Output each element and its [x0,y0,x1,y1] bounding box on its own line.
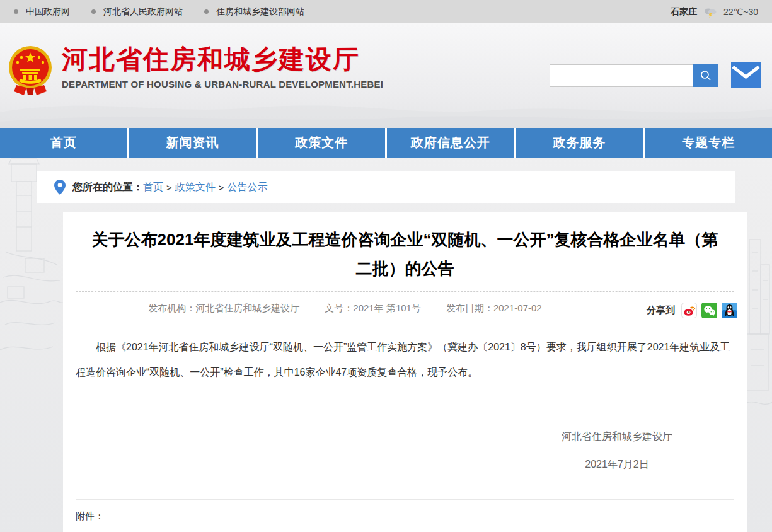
top-bar-links: 中国政府网 河北省人民政府网站 住房和城乡建设部网站 [14,6,304,18]
article-signature: 河北省住房和城乡建设厅 2021年7月2日 [63,431,747,471]
weather-temp: 22℃~30 [723,7,758,17]
article-card: 关于公布2021年度建筑业及工程造价咨询企业“双随机、一公开”复核合格企业名单（… [63,212,747,532]
breadcrumb-label: 您所在的位置： [72,181,143,194]
weather-widget: 石家庄 22℃~30 [671,6,758,18]
search-input[interactable] [550,64,693,87]
bullet-icon [91,9,96,14]
breadcrumb-link-home[interactable]: 首页 [143,181,163,194]
meta-publish-date: 发布日期：2021-07-02 [446,303,542,315]
wechat-icon[interactable] [701,303,717,318]
search-button[interactable] [693,64,718,87]
national-emblem-icon [8,45,53,96]
article-meta: 发布机构：河北省住房和城乡建设厅 文号：2021年 第101号 发布日期：202… [63,303,747,320]
nav-item-news[interactable]: 新闻资讯 [129,128,258,158]
attachment-separator [76,499,734,500]
title-separator [76,291,734,292]
share-bar: 分享到 [647,303,737,318]
top-link-label: 住房和城乡建设部网站 [216,6,304,18]
signature-agency: 河北省住房和城乡建设厅 [562,431,672,444]
breadcrumb-link-announcements[interactable]: 公告公示 [228,181,268,194]
meta-doc-number: 文号：2021年 第101号 [325,303,421,315]
top-link-hebei-gov[interactable]: 河北省人民政府网站 [91,6,183,18]
storm-cloud-icon [703,6,718,18]
site-logo[interactable]: 河北省住房和城乡建设厅 DEPARTMENT OF HOUSING & URBA… [8,45,383,96]
site-header: 河北省住房和城乡建设厅 DEPARTMENT OF HOUSING & URBA… [0,23,772,128]
share-label: 分享到 [647,304,675,316]
bullet-icon [14,9,18,14]
article-title: 关于公布2021年度建筑业及工程造价咨询企业“双随机、一公开”复核合格企业名单（… [63,212,747,283]
breadcrumb-link-policy[interactable]: 政策文件 [175,181,216,194]
weather-city: 石家庄 [671,6,697,18]
article-body: 根据《2021年河北省住房和城乡建设厅“双随机、一公开”监管工作实施方案》（冀建… [76,335,734,385]
location-pin-icon [54,180,66,195]
qq-icon[interactable] [722,303,737,318]
article-meta-fields: 发布机构：河北省住房和城乡建设厅 文号：2021年 第101号 发布日期：202… [63,303,627,315]
bullet-icon [204,9,209,14]
breadcrumb: 您所在的位置： 首页 > 政策文件 > 公告公示 [37,171,735,203]
site-name-en: DEPARTMENT OF HOUSING & URBAN-RURAL DEVE… [62,79,383,90]
top-link-mohurd[interactable]: 住房和城乡建设部网站 [204,6,304,18]
breadcrumb-separator: > [219,182,224,193]
nav-item-services[interactable]: 政务服务 [516,128,645,158]
nav-item-gov-info[interactable]: 政府信息公开 [387,128,516,158]
main-nav: 首页 新闻资讯 政策文件 政府信息公开 政务服务 专题专栏 [0,128,772,158]
site-name: 河北省住房和城乡建设厅 [62,45,383,74]
site-titles: 河北省住房和城乡建设厅 DEPARTMENT OF HOUSING & URBA… [62,45,383,90]
attachment-label: 附件： [76,511,747,523]
breadcrumb-separator: > [166,182,172,193]
nav-item-policy[interactable]: 政策文件 [258,128,387,158]
signature-block: 河北省住房和城乡建设厅 2021年7月2日 [562,431,672,471]
search-icon [700,69,712,82]
signature-date: 2021年7月2日 [562,458,672,471]
top-link-china-gov[interactable]: 中国政府网 [14,6,70,18]
mail-icon[interactable] [731,62,761,88]
nav-item-home[interactable]: 首页 [0,128,129,158]
page: 中国政府网 河北省人民政府网站 住房和城乡建设部网站 石家庄 22℃~30 [0,0,772,532]
search-area [550,63,761,88]
top-link-label: 河北省人民政府网站 [103,6,183,18]
top-bar: 中国政府网 河北省人民政府网站 住房和城乡建设部网站 石家庄 22℃~30 [0,0,772,23]
top-link-label: 中国政府网 [26,6,70,18]
right-sketch-decoration [746,227,772,454]
weibo-icon[interactable] [681,303,697,318]
nav-item-special[interactable]: 专题专栏 [645,128,772,158]
meta-agency: 发布机构：河北省住房和城乡建设厅 [148,303,299,315]
